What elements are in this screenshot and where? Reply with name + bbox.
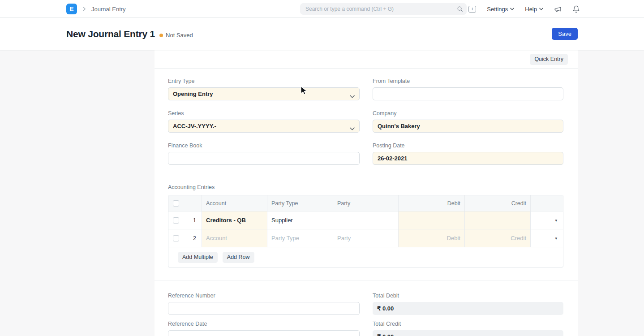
col-header-party-type: Party Type (267, 195, 333, 211)
from-template-field: From Template (373, 78, 563, 100)
grid-footer: Add Multiple Add Row (168, 247, 563, 267)
finance-book-input[interactable] (168, 152, 360, 165)
entry-type-select[interactable]: Opening Entry (168, 87, 360, 100)
status-indicator: Not Saved (159, 32, 193, 39)
chevron-down-icon (350, 93, 355, 99)
company-label: Company (373, 110, 563, 117)
total-credit-label: Total Credit (373, 320, 563, 328)
accounting-entries-section: Accounting Entries Account Party Type Pa… (155, 175, 578, 280)
posting-date-label: Posting Date (373, 142, 563, 150)
from-template-label: From Template (373, 78, 563, 85)
grid-row-1: 1 Creditors - QB Supplier ▾ (168, 211, 563, 229)
grid-header-row: Account Party Type Party Debit Credit (168, 195, 563, 211)
breadcrumb[interactable]: Journal Entry (91, 6, 126, 13)
save-button[interactable]: Save (552, 28, 578, 40)
from-template-input[interactable] (373, 87, 563, 100)
main-fields-section: Entry Type Opening Entry From Template S… (155, 69, 578, 175)
chevron-down-icon (510, 8, 514, 10)
reference-section: Reference Number Total Debit ₹ 0.00 Refe… (155, 280, 578, 336)
search-input[interactable] (300, 3, 467, 15)
status-dot-icon (159, 34, 163, 37)
form-card: Quick Entry Entry Type Opening Entry Fro… (155, 50, 578, 336)
posting-date-field: Posting Date (373, 142, 563, 165)
company-input[interactable] (373, 120, 563, 133)
finance-book-label: Finance Book (168, 142, 360, 150)
caret-down-icon: ▾ (555, 236, 557, 241)
reference-date-input[interactable] (168, 330, 360, 336)
total-credit-value: ₹ 0.00 (373, 330, 563, 336)
search-icon (457, 6, 463, 14)
page-head: New Journal Entry 1 Not Saved Save (0, 18, 644, 50)
notifications-bell-icon[interactable] (572, 5, 580, 13)
total-debit-label: Total Debit (373, 292, 563, 300)
add-row-button[interactable]: Add Row (223, 252, 254, 263)
total-credit-field: Total Credit ₹ 0.00 (373, 320, 563, 336)
i-beam-letter: I (472, 7, 473, 11)
col-header-credit: Credit (465, 195, 531, 211)
row-actions-button[interactable]: ▾ (531, 211, 563, 229)
credit-cell[interactable] (465, 211, 531, 229)
debit-cell[interactable] (399, 211, 465, 229)
finance-book-field: Finance Book (168, 142, 360, 165)
grid-row-2: 2 Account Party Type Party Debit Credit … (168, 229, 563, 247)
help-menu[interactable]: Help (525, 6, 543, 13)
credit-cell[interactable]: Credit (465, 229, 531, 247)
reference-date-field: Reference Date (168, 320, 360, 336)
total-credit-amount: ₹ 0.00 (377, 333, 394, 336)
accounting-entries-label: Accounting Entries (168, 184, 563, 190)
form-toolbar: Quick Entry (155, 50, 578, 69)
party-cell[interactable]: Party (333, 229, 399, 247)
add-multiple-button[interactable]: Add Multiple (178, 252, 218, 263)
settings-menu[interactable]: Settings (487, 6, 514, 13)
posting-date-input[interactable] (373, 152, 563, 165)
chevron-down-icon (350, 125, 355, 132)
account-cell[interactable]: Creditors - QB (202, 211, 267, 229)
navbar-right: I Settings Help (468, 0, 580, 18)
reference-number-input[interactable] (168, 302, 360, 315)
col-header-debit: Debit (399, 195, 465, 211)
caret-down-icon: ▾ (555, 218, 557, 223)
reference-number-field: Reference Number (168, 292, 360, 315)
entry-type-value: Opening Entry (173, 90, 213, 97)
total-debit-value: ₹ 0.00 (373, 302, 563, 315)
party-cell[interactable] (333, 211, 399, 229)
row-index: 1 (183, 211, 202, 229)
account-cell[interactable]: Account (202, 229, 267, 247)
col-header-actions (531, 195, 563, 211)
accounting-entries-grid: Account Party Type Party Debit Credit 1 … (168, 195, 563, 267)
series-field: Series ACC-JV-.YYYY.- (168, 110, 360, 133)
row-checkbox[interactable] (173, 235, 179, 241)
help-menu-label: Help (525, 6, 537, 13)
global-search (300, 3, 467, 15)
entry-type-label: Entry Type (168, 78, 360, 85)
party-type-cell[interactable]: Party Type (267, 229, 333, 247)
i-beam-box-icon[interactable]: I (468, 6, 476, 13)
select-all-checkbox[interactable] (173, 200, 179, 207)
col-header-idx (183, 195, 202, 211)
navbar-left: E Journal Entry (66, 0, 126, 18)
chevron-down-icon (539, 8, 543, 10)
col-header-party: Party (333, 195, 399, 211)
company-field: Company (373, 110, 563, 133)
total-debit-field: Total Debit ₹ 0.00 (373, 292, 563, 315)
series-select[interactable]: ACC-JV-.YYYY.- (168, 120, 360, 133)
announcement-icon[interactable] (554, 5, 562, 13)
row-actions-button[interactable]: ▾ (531, 229, 563, 247)
party-type-cell[interactable]: Supplier (267, 211, 333, 229)
quick-entry-button[interactable]: Quick Entry (530, 54, 568, 65)
settings-menu-label: Settings (487, 6, 508, 13)
total-debit-amount: ₹ 0.00 (377, 305, 394, 312)
app-logo-letter: E (69, 5, 73, 13)
series-label: Series (168, 110, 360, 117)
status-text: Not Saved (166, 32, 193, 39)
reference-number-label: Reference Number (168, 292, 360, 300)
series-value: ACC-JV-.YYYY.- (173, 123, 216, 129)
row-index: 2 (183, 229, 202, 247)
entry-type-field: Entry Type Opening Entry (168, 78, 360, 100)
breadcrumb-chevron-icon (81, 6, 87, 12)
debit-cell[interactable]: Debit (399, 229, 465, 247)
page-title: New Journal Entry 1 (66, 29, 155, 39)
row-checkbox[interactable] (173, 217, 179, 224)
reference-date-label: Reference Date (168, 320, 360, 328)
app-logo[interactable]: E (66, 4, 77, 14)
